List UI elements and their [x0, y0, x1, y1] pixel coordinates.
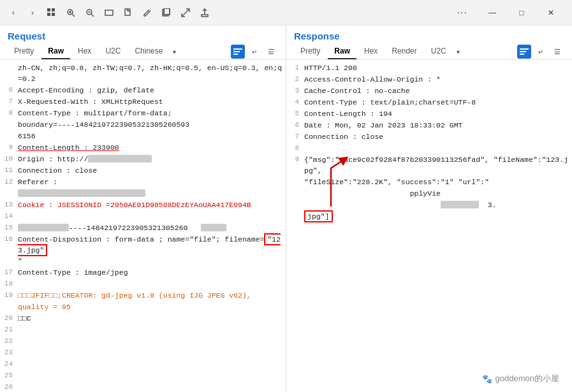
svg-rect-2 [47, 13, 50, 16]
minimize-btn[interactable]: — [478, 0, 507, 25]
table-row: quality = 95 [0, 301, 286, 313]
maximize-btn[interactable]: □ [507, 0, 536, 25]
svg-line-5 [72, 14, 75, 17]
svg-rect-26 [520, 54, 524, 55]
table-row: 6156 [0, 131, 286, 142]
table-row: zh-CN, zh;q=0.8, zh-TW;q=0.7, zh-HK;q=0.… [0, 62, 286, 85]
table-row: 4 Content-Type : text/plain;charset=UTF-… [286, 97, 572, 108]
watermark-text: goddemon的小屋 [495, 373, 559, 384]
tab-u2c-req[interactable]: U2C [99, 44, 127, 59]
req-tab-icons: ↵ ☰ [231, 45, 278, 59]
svg-rect-24 [520, 48, 529, 50]
svg-rect-1 [52, 8, 55, 11]
more-btn[interactable]: ··· [452, 7, 473, 18]
table-row: 24 [0, 359, 286, 370]
main-content: Request Pretty Raw Hex U2C Chinese ▾ ↵ ☰ [0, 25, 572, 392]
doc2-btn[interactable] [159, 6, 173, 20]
table-row: 7 X-Requested-With : XMLHttpRequest [0, 96, 286, 108]
table-row: "fileSize":"228.2K", "success":"1" "url"… [286, 177, 572, 188]
tab-u2c-res[interactable]: U2C [425, 44, 453, 59]
edit-btn[interactable] [140, 6, 154, 20]
request-tab-bar: Pretty Raw Hex U2C Chinese ▾ ↵ ☰ [0, 44, 286, 60]
request-panel: Request Pretty Raw Hex U2C Chinese ▾ ↵ ☰ [0, 25, 286, 392]
res-icon-newline[interactable]: ↵ [534, 45, 548, 59]
rect-btn[interactable] [102, 6, 116, 20]
table-row: 8 [286, 143, 572, 154]
table-row: 16 Content-Disposition : form-data ; nam… [0, 234, 286, 256]
tab-pretty-res[interactable]: Pretty [294, 44, 326, 59]
title-bar: ‹ › [0, 0, 572, 25]
table-row: 19 □□□JFIF□□;CREATOR: gd-jpeg v1.0 (usin… [0, 290, 286, 301]
response-title: Response [286, 25, 572, 44]
svg-rect-22 [233, 51, 240, 52]
table-row: 14 [0, 211, 286, 222]
svg-rect-25 [520, 51, 526, 52]
table-row: 18 [0, 279, 286, 290]
table-row: 9 {"msg":"adce9c02f9284f87b203390113256f… [286, 154, 572, 177]
watermark: 🐾 goddemon的小屋 [482, 373, 559, 384]
nav-grid-btn[interactable] [45, 6, 59, 20]
table-row: boundary=----14842197223905321305260593 [0, 119, 286, 131]
tab-raw-res[interactable]: Raw [328, 44, 356, 59]
table-row: 26 [0, 382, 286, 392]
table-row: 20 □□C [0, 313, 286, 324]
table-row: " [0, 256, 286, 267]
table-row: 22 [0, 336, 286, 347]
req-icon-wrap[interactable] [231, 45, 245, 59]
svg-rect-3 [52, 13, 55, 16]
tab-raw-req[interactable]: Raw [41, 44, 70, 59]
table-row [0, 188, 286, 200]
table-row: 11 Connection : close [0, 165, 286, 177]
close-btn[interactable]: ✕ [536, 0, 566, 25]
table-row: 12 Referer : [0, 177, 286, 188]
table-row: 21 [0, 324, 286, 336]
res-tab-icons: ↵ ☰ [517, 45, 564, 59]
watermark-icon: 🐾 [482, 374, 492, 384]
tab-chinese-req[interactable]: Chinese [128, 44, 169, 59]
table-row: 13 Cookie : JSESSIONID =2950AE91D98508DE… [0, 200, 286, 211]
tab-dropdown-res[interactable]: ▾ [454, 48, 462, 55]
res-icon-menu[interactable]: ☰ [550, 45, 564, 59]
req-icon-newline[interactable]: ↵ [247, 45, 261, 59]
response-content[interactable]: 1 HTTP/1.1 200 2 Access-Control-Allow-Or… [286, 60, 572, 392]
table-row: 10 Origin : http:// [0, 154, 286, 165]
svg-rect-16 [164, 8, 170, 15]
response-tab-bar: Pretty Raw Hex Render U2C ▾ ↵ ☰ [286, 44, 572, 60]
svg-rect-0 [47, 8, 50, 11]
svg-line-19 [182, 13, 186, 17]
res-icon-wrap[interactable] [517, 45, 531, 59]
zoom-in-btn[interactable] [64, 6, 78, 20]
table-row: 6 Accept-Encoding : gzip, deflate [0, 85, 286, 96]
tab-render-res[interactable]: Render [385, 44, 423, 59]
zoom-out-btn[interactable] [83, 6, 97, 20]
request-content[interactable]: zh-CN, zh;q=0.8, zh-TW;q=0.7, zh-HK;q=0.… [0, 60, 286, 392]
table-row: 6 Date : Mon, 02 Jan 2023 18:33:02 GMT [286, 120, 572, 131]
tab-hex-res[interactable]: Hex [358, 44, 384, 59]
table-row: 23 [0, 347, 286, 359]
table-row: 9 Content-Length : 233900 [0, 142, 286, 154]
tab-dropdown-req[interactable]: ▾ [170, 48, 179, 55]
win-controls: — □ ✕ [478, 0, 566, 25]
tab-pretty-req[interactable]: Pretty [8, 44, 40, 59]
request-title: Request [0, 25, 286, 44]
tab-hex-req[interactable]: Hex [71, 44, 98, 59]
svg-rect-21 [233, 48, 242, 50]
table-row: jpg"] [286, 211, 572, 222]
table-row: 7 Connection : close [286, 131, 572, 143]
req-icon-menu[interactable]: ☰ [264, 45, 278, 59]
svg-line-9 [91, 14, 94, 17]
svg-rect-20 [202, 15, 208, 17]
table-row: pplyVie [286, 188, 572, 200]
table-row: 5 Content-Length : 194 [286, 108, 572, 120]
nav-back-btn[interactable]: ‹ [6, 6, 20, 20]
table-row: 17 Content-Type : image/jpeg [0, 267, 286, 279]
svg-rect-23 [233, 54, 238, 55]
response-highlight-box: jpg"] [304, 210, 333, 222]
svg-rect-11 [105, 10, 113, 15]
nav-forward-btn[interactable]: › [26, 6, 40, 20]
expand-btn[interactable] [179, 6, 193, 20]
export-btn[interactable] [198, 6, 212, 20]
svg-line-18 [186, 9, 189, 13]
doc-btn[interactable] [121, 6, 135, 20]
response-panel: Response Pretty Raw Hex Render U2C ▾ ↵ ☰… [286, 25, 572, 392]
